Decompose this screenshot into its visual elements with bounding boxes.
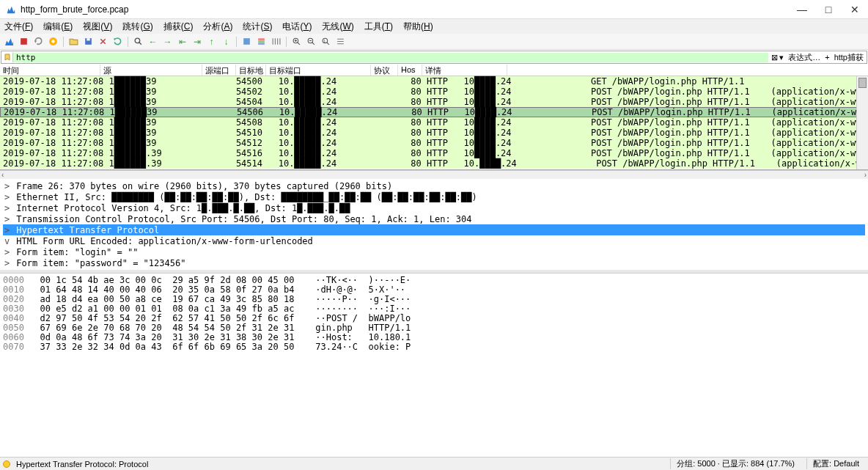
packet-list-headers: 时间源源端口目标地目标端口协议Hos详情	[0, 65, 868, 76]
detail-row[interactable]: > Frame 26: 370 bytes on wire (2960 bits…	[3, 180, 865, 191]
minimize-button[interactable]: —	[795, 2, 809, 17]
restart-capture-icon[interactable]	[32, 35, 45, 48]
expand-toggle-icon[interactable]: >	[3, 258, 11, 268]
find-icon[interactable]	[132, 35, 144, 48]
jump-last-icon[interactable]: ⇥	[191, 35, 203, 48]
colorize-icon[interactable]	[255, 35, 268, 48]
menu-item-6[interactable]: 统计(S)	[243, 21, 272, 33]
start-capture-icon[interactable]	[3, 35, 15, 48]
column-header[interactable]: 源端口	[202, 65, 236, 76]
packet-row[interactable]: 2019-07-18 11:27:08 1██████39 54504 10.█…	[0, 97, 868, 107]
menu-item-7[interactable]: 电话(Y)	[282, 21, 312, 33]
hex-row[interactable]: 0000 00 1c 54 4b ae 3c 00 0c 29 a5 9f 2d…	[3, 275, 865, 284]
go-up-icon[interactable]: ↑	[205, 35, 218, 48]
clear-filter-icon[interactable]: ⊠	[771, 53, 778, 62]
packet-row[interactable]: 2019-07-18 11:27:08 1██████39 54508 10.█…	[0, 117, 868, 128]
expand-toggle-icon[interactable]: >	[3, 203, 11, 213]
detail-row[interactable]: > Ethernet II, Src: ████████ (██:██:██:█…	[3, 191, 865, 202]
wireshark-icon	[6, 4, 16, 15]
packet-row[interactable]: 2019-07-18 11:27:08 1██████39 54506 10.█…	[0, 107, 868, 117]
expand-toggle-icon[interactable]: >	[3, 225, 11, 235]
column-header[interactable]: Hos	[398, 65, 422, 76]
toolbar: ← → ⇤ ⇥ ↑ ↓ 1	[0, 34, 868, 50]
hex-row[interactable]: 0040 d2 97 50 4f 53 54 20 2f 62 57 41 50…	[3, 313, 865, 323]
status-profile[interactable]: 配置: Default	[806, 458, 865, 469]
hex-row[interactable]: 0070 37 33 2e 32 34 0d 0a 43 6f 6f 6b 69…	[3, 342, 865, 350]
resize-all-icon[interactable]	[334, 35, 347, 48]
detail-row[interactable]: > Form item: "password" = "123456"	[3, 257, 865, 268]
menu-item-1[interactable]: 编辑(E)	[43, 21, 73, 33]
svg-rect-4	[87, 38, 89, 40]
detail-row[interactable]: > Form item: "login" = ""	[3, 246, 865, 257]
detail-row[interactable]: > Transmission Control Protocol, Src Por…	[3, 213, 865, 224]
maximize-button[interactable]: □	[821, 2, 836, 17]
detail-row[interactable]: > Internet Protocol Version 4, Src: 1█.█…	[3, 202, 865, 213]
detail-text: Frame 26: 370 bytes on wire (2960 bits),…	[11, 181, 392, 191]
options-icon[interactable]	[47, 35, 59, 48]
autoscroll-icon[interactable]	[240, 35, 253, 48]
close-file-icon[interactable]	[97, 35, 109, 48]
menu-item-5[interactable]: 分析(A)	[203, 21, 232, 33]
hex-row[interactable]: 0060 0d 0a 48 6f 73 74 3a 20 31 30 2e 31…	[3, 332, 865, 342]
expand-toggle-icon[interactable]: >	[3, 192, 11, 202]
detail-row[interactable]: v HTML Form URL Encoded: application/x-w…	[3, 235, 865, 246]
menu-item-0[interactable]: 文件(F)	[4, 21, 33, 33]
packet-list-scrollbar[interactable]	[856, 76, 868, 169]
reload-icon[interactable]	[111, 35, 124, 48]
stop-capture-icon[interactable]	[18, 35, 30, 48]
packet-list-hscroll[interactable]: ‹›	[0, 170, 868, 179]
zoom-out-icon[interactable]	[305, 35, 317, 48]
detail-row[interactable]: > Hypertext Transfer Protocol	[3, 224, 865, 235]
column-header[interactable]: 时间	[0, 65, 100, 76]
detail-text: Transmission Control Protocol, Src Port:…	[11, 214, 472, 224]
expert-info-icon[interactable]	[3, 460, 10, 468]
column-header[interactable]: 协议	[371, 65, 398, 76]
close-button[interactable]: ✕	[847, 2, 862, 17]
packet-row[interactable]: 2019-07-18 11:27:08 1██████39 54502 10.█…	[0, 87, 868, 97]
prev-icon[interactable]: ←	[147, 35, 159, 48]
menu-item-8[interactable]: 无线(W)	[322, 21, 353, 33]
go-down-icon[interactable]: ↓	[220, 35, 232, 48]
resize-columns-icon[interactable]	[270, 35, 282, 48]
jump-first-icon[interactable]: ⇤	[176, 35, 188, 48]
column-header[interactable]: 目标地	[236, 65, 266, 76]
titlebar: http_form_brute_force.pcap — □ ✕	[0, 0, 868, 19]
expand-toggle-icon[interactable]: v	[3, 236, 11, 246]
display-filter-input[interactable]	[13, 53, 768, 62]
menu-item-2[interactable]: 视图(V)	[83, 21, 112, 33]
packet-row[interactable]: 2019-07-18 11:27:08 1██████.39 54516 10.…	[0, 148, 868, 158]
hex-row[interactable]: 0030 00 e5 d2 a1 00 00 01 01 08 0a c1 3a…	[3, 304, 865, 313]
apply-filter-icon[interactable]: ▾	[779, 53, 784, 62]
hex-row[interactable]: 0010 01 64 48 14 40 00 40 06 20 35 0a 58…	[3, 284, 865, 294]
packet-row[interactable]: 2019-07-18 11:27:08 1██████.39 54514 10.…	[0, 158, 868, 169]
packet-row[interactable]: 2019-07-18 11:27:08 1██████39 54500 10.█…	[0, 76, 868, 87]
menu-item-4[interactable]: 捕获(C)	[163, 21, 194, 33]
open-file-icon[interactable]	[67, 35, 80, 48]
hex-row[interactable]: 0050 67 69 6e 2e 70 68 70 20 48 54 54 50…	[3, 323, 865, 332]
zoom-in-icon[interactable]	[290, 35, 303, 48]
column-header[interactable]: 详情	[422, 65, 507, 76]
zoom-reset-icon[interactable]: 1	[320, 35, 332, 48]
svg-rect-6	[243, 38, 250, 45]
save-file-icon[interactable]	[82, 35, 95, 48]
packet-details-pane: > Frame 26: 370 bytes on wire (2960 bits…	[0, 179, 868, 273]
expand-toggle-icon[interactable]: >	[3, 247, 11, 257]
column-header[interactable]: 源	[100, 65, 202, 76]
expression-button[interactable]: 表达式…	[788, 52, 820, 63]
bookmark-filter-icon[interactable]	[1, 52, 13, 62]
packet-row[interactable]: 2019-07-18 11:27:08 1██████39 54510 10.█…	[0, 128, 868, 138]
svg-rect-7	[258, 38, 265, 40]
menu-item-10[interactable]: 帮助(H)	[403, 21, 433, 33]
expand-toggle-icon[interactable]: >	[3, 181, 11, 191]
menu-item-9[interactable]: 工具(T)	[364, 21, 393, 33]
add-filter-button[interactable]: +	[825, 53, 829, 62]
expand-toggle-icon[interactable]: >	[3, 214, 11, 224]
http-capture-label[interactable]: http捕获	[834, 52, 864, 63]
menu-item-3[interactable]: 跳转(G)	[122, 21, 152, 33]
column-header[interactable]: 目标端口	[266, 65, 371, 76]
next-icon[interactable]: →	[161, 35, 174, 48]
packet-row[interactable]: 2019-07-18 11:27:08 1██████39 54512 10.█…	[0, 138, 868, 148]
statusbar: Hypertext Transfer Protocol: Protocol 分组…	[0, 457, 868, 470]
hex-row[interactable]: 0020 ad 18 d4 ea 00 50 a8 ce 19 67 ca 49…	[3, 294, 865, 304]
detail-text: Internet Protocol Version 4, Src: 1█.███…	[11, 203, 350, 213]
